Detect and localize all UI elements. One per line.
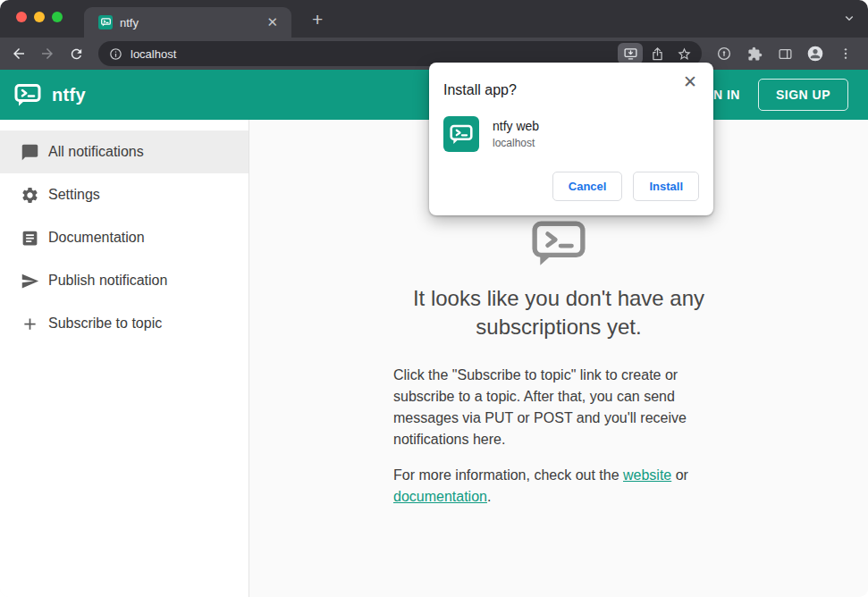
documentation-link[interactable]: documentation: [393, 489, 487, 504]
more-text: or: [671, 467, 688, 483]
ntfy-app-icon: [443, 116, 479, 152]
sidebar-item-label: Documentation: [48, 230, 145, 246]
ntfy-logo-icon: [531, 256, 586, 271]
send-icon: [19, 270, 40, 291]
browser-window: ntfy ✕ + localhost: [0, 0, 868, 597]
reload-button[interactable]: [63, 41, 89, 66]
menu-kebab-icon[interactable]: [832, 41, 859, 66]
brand-title: ntfy: [52, 85, 86, 105]
sidebar: All notifications Settings Documentation…: [0, 120, 249, 597]
site-info-icon[interactable]: [109, 47, 122, 61]
sidebar-item-label: Settings: [48, 187, 100, 203]
empty-state: It looks like you don't have any subscri…: [380, 220, 737, 508]
extensions-puzzle-icon[interactable]: [741, 41, 768, 66]
more-text: .: [487, 489, 491, 504]
app-name: ntfy web: [493, 119, 539, 133]
dialog-title: Install app?: [443, 82, 699, 98]
back-button[interactable]: [5, 41, 32, 66]
sidebar-item-subscribe-to-topic[interactable]: Subscribe to topic: [0, 302, 249, 345]
sidebar-item-all-notifications[interactable]: All notifications: [0, 130, 249, 173]
forward-button[interactable]: [34, 41, 61, 66]
tab-close-icon[interactable]: ✕: [262, 13, 282, 32]
cancel-button[interactable]: Cancel: [552, 172, 623, 201]
dialog-app-meta: ntfy web localhost: [493, 119, 539, 149]
gear-icon: [19, 184, 40, 206]
install-app-icon[interactable]: [618, 43, 643, 64]
close-window-button[interactable]: [16, 12, 27, 22]
share-icon[interactable]: [645, 43, 670, 64]
zoom-window-button[interactable]: [52, 12, 63, 22]
plus-icon: [19, 313, 40, 334]
password-manager-extension-icon[interactable]: [711, 41, 737, 66]
new-tab-button[interactable]: +: [305, 5, 330, 34]
install-button[interactable]: Install: [633, 172, 699, 201]
tab-search-chevron-icon[interactable]: [841, 10, 857, 29]
install-app-dialog: Install app? ✕ ntfy web localhost Cancel…: [429, 63, 713, 215]
empty-state-heading: It looks like you don't have any subscri…: [380, 284, 737, 341]
dialog-actions: Cancel Install: [443, 172, 699, 201]
sidebar-item-documentation[interactable]: Documentation: [0, 216, 249, 259]
sidebar-item-label: Subscribe to topic: [48, 315, 162, 332]
bookmark-star-icon[interactable]: [671, 43, 696, 64]
sidebar-item-settings[interactable]: Settings: [0, 173, 249, 216]
sidebar-item-label: All notifications: [48, 144, 144, 160]
more-text: For more information, check out the: [393, 467, 623, 483]
side-panel-icon[interactable]: [771, 41, 798, 66]
chat-icon: [19, 141, 40, 163]
ntfy-favicon: [98, 15, 113, 29]
toolbar-right-cluster: [711, 41, 863, 66]
browser-tab[interactable]: ntfy ✕: [84, 7, 291, 38]
dialog-app-row: ntfy web localhost: [443, 116, 699, 152]
app-origin: localhost: [493, 137, 539, 149]
tab-strip: ntfy ✕ +: [0, 0, 868, 38]
article-icon: [19, 227, 40, 248]
tab-title: ntfy: [120, 16, 262, 29]
sign-up-button[interactable]: SIGN UP: [758, 79, 848, 111]
sidebar-item-publish-notification[interactable]: Publish notification: [0, 259, 249, 302]
minimize-window-button[interactable]: [34, 12, 45, 22]
profile-avatar[interactable]: [802, 41, 829, 66]
empty-state-more: For more information, check out the webs…: [393, 465, 724, 508]
url-text: localhost: [131, 47, 616, 61]
website-link[interactable]: website: [623, 467, 671, 483]
window-controls: [16, 12, 63, 22]
sidebar-item-label: Publish notification: [48, 273, 167, 289]
ntfy-logo-icon: [14, 83, 41, 107]
close-icon[interactable]: ✕: [678, 70, 703, 94]
empty-state-body: Click the "Subscribe to topic" link to c…: [393, 365, 724, 450]
